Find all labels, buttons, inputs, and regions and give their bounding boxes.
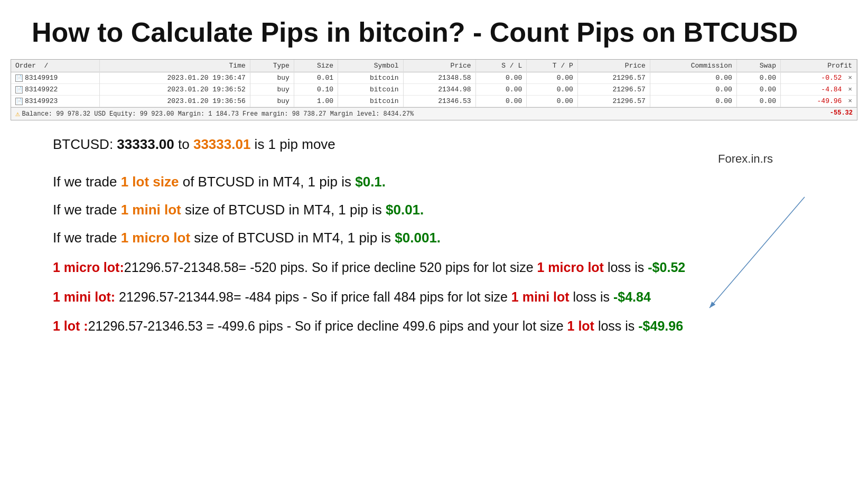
col-sl: S / L bbox=[475, 60, 527, 72]
cell-price-current: 21296.57 bbox=[577, 96, 650, 107]
cell-order: 📄83149923 bbox=[11, 96, 99, 107]
col-symbol: Symbol bbox=[338, 60, 404, 72]
exp-highlight1: 1 micro lot bbox=[121, 230, 190, 246]
explanation-line: If we trade 1 mini lot size of BTCUSD in… bbox=[53, 202, 815, 218]
col-profit: Profit bbox=[780, 60, 856, 72]
exp-highlight2: $0.1. bbox=[355, 174, 386, 190]
exp-text-middle: size of BTCUSD in MT4, 1 pip is bbox=[190, 230, 395, 246]
col-tp: T / P bbox=[527, 60, 578, 72]
cell-tp: 0.00 bbox=[527, 96, 578, 107]
cell-size: 1.00 bbox=[294, 96, 338, 107]
cell-symbol: bitcoin bbox=[338, 96, 404, 107]
trade-table-container: Order / Time Type Size Symbol Price S / … bbox=[11, 59, 857, 120]
cell-commission: 0.00 bbox=[650, 72, 736, 84]
cell-order: 📄83149922 bbox=[11, 84, 99, 96]
calc-label: 1 mini lot: bbox=[53, 289, 115, 304]
cell-time: 2023.01.20 19:36:52 bbox=[99, 84, 250, 96]
cell-swap: 0.00 bbox=[736, 84, 780, 96]
col-time: Time bbox=[99, 60, 250, 72]
trade-table: Order / Time Type Size Symbol Price S / … bbox=[11, 60, 857, 107]
profit-value: -49.96 bbox=[817, 97, 842, 105]
table-row: 📄831499222023.01.20 19:36:52buy0.10bitco… bbox=[11, 84, 857, 96]
explanations-container: If we trade 1 lot size of BTCUSD in MT4,… bbox=[53, 174, 815, 246]
calc-label: 1 micro lot: bbox=[53, 260, 124, 275]
explanation-line: If we trade 1 micro lot size of BTCUSD i… bbox=[53, 230, 815, 246]
cell-type: buy bbox=[250, 96, 294, 107]
cell-sl: 0.00 bbox=[475, 84, 527, 96]
cell-type: buy bbox=[250, 84, 294, 96]
cell-commission: 0.00 bbox=[650, 96, 736, 107]
profit-value: -4.84 bbox=[821, 86, 842, 93]
calc-lot-highlight: 1 micro lot bbox=[537, 260, 604, 275]
col-order: Order / bbox=[11, 60, 99, 72]
cell-sl: 0.00 bbox=[475, 72, 527, 84]
exp-highlight2: $0.001. bbox=[395, 230, 441, 246]
pip-def-prefix: BTCUSD: bbox=[53, 136, 117, 152]
cell-profit: -0.52 × bbox=[780, 72, 856, 84]
row-icon: 📄 bbox=[15, 98, 23, 105]
calc-line: 1 mini lot: 21296.57-21344.98= -484 pips… bbox=[53, 287, 815, 307]
cell-price-current: 21296.57 bbox=[577, 72, 650, 84]
cell-profit: -4.84 × bbox=[780, 84, 856, 96]
cell-price-open: 21346.53 bbox=[403, 96, 475, 107]
calc-formula: 21296.57-21344.98= -484 pips - So if pri… bbox=[115, 289, 511, 304]
warning-icon: ⚠ bbox=[15, 109, 20, 118]
close-button[interactable]: × bbox=[848, 97, 852, 105]
close-button[interactable]: × bbox=[848, 86, 852, 93]
calc-loss-label: loss is bbox=[594, 318, 638, 333]
cell-order: 📄83149919 bbox=[11, 72, 99, 84]
calc-loss-label: loss is bbox=[604, 260, 648, 275]
explanation-line: If we trade 1 lot size of BTCUSD in MT4,… bbox=[53, 174, 815, 190]
calc-line: 1 lot :21296.57-21346.53 = -499.6 pips -… bbox=[53, 316, 815, 336]
forex-label: Forex.in.rs bbox=[718, 152, 773, 166]
calc-loss-value: -$49.96 bbox=[638, 318, 683, 333]
exp-text-middle: of BTCUSD in MT4, 1 pip is bbox=[179, 174, 355, 190]
row-icon: 📄 bbox=[15, 86, 23, 93]
col-type: Type bbox=[250, 60, 294, 72]
content-area: BTCUSD: 33333.00 to 33333.01 is 1 pip mo… bbox=[0, 120, 868, 356]
pip-def-suffix: is 1 pip move bbox=[250, 136, 335, 152]
col-size: Size bbox=[294, 60, 338, 72]
close-button[interactable]: × bbox=[848, 74, 852, 82]
col-price-open: Price bbox=[403, 60, 475, 72]
col-price-current: Price bbox=[577, 60, 650, 72]
col-swap: Swap bbox=[736, 60, 780, 72]
profit-value: -0.52 bbox=[821, 74, 842, 82]
calc-loss-value: -$0.52 bbox=[648, 260, 685, 275]
status-bar: ⚠ Balance: 99 978.32 USD Equity: 99 923.… bbox=[11, 107, 857, 120]
cell-symbol: bitcoin bbox=[338, 84, 404, 96]
annotation-area: Forex.in.rs bbox=[718, 152, 773, 171]
cell-price-open: 21348.58 bbox=[403, 72, 475, 84]
cell-type: buy bbox=[250, 72, 294, 84]
calc-loss-value: -$4.84 bbox=[613, 289, 651, 304]
pip-def-to: to bbox=[174, 136, 193, 152]
exp-text-before: If we trade bbox=[53, 202, 121, 218]
total-loss: -55.32 bbox=[830, 109, 853, 118]
exp-highlight2: $0.01. bbox=[386, 202, 424, 218]
calc-formula: 21296.57-21348.58= -520 pips. So if pric… bbox=[124, 260, 537, 275]
table-header-row: Order / Time Type Size Symbol Price S / … bbox=[11, 60, 857, 72]
exp-text-middle: size of BTCUSD in MT4, 1 pip is bbox=[181, 202, 386, 218]
cell-tp: 0.00 bbox=[527, 84, 578, 96]
status-text: Balance: 99 978.32 USD Equity: 99 923.00… bbox=[22, 110, 414, 118]
table-row: 📄831499232023.01.20 19:36:56buy1.00bitco… bbox=[11, 96, 857, 107]
calc-formula: 21296.57-21346.53 = -499.6 pips - So if … bbox=[88, 318, 567, 333]
exp-highlight1: 1 lot size bbox=[121, 174, 179, 190]
cell-size: 0.10 bbox=[294, 84, 338, 96]
pip-num2: 33333.01 bbox=[193, 136, 250, 152]
cell-time: 2023.01.20 19:36:56 bbox=[99, 96, 250, 107]
row-icon: 📄 bbox=[15, 74, 23, 82]
status-left: ⚠ Balance: 99 978.32 USD Equity: 99 923.… bbox=[15, 109, 414, 118]
exp-text-before: If we trade bbox=[53, 230, 121, 246]
exp-text-before: If we trade bbox=[53, 174, 121, 190]
cell-swap: 0.00 bbox=[736, 72, 780, 84]
col-commission: Commission bbox=[650, 60, 736, 72]
calc-lot-highlight: 1 mini lot bbox=[511, 289, 570, 304]
cell-price-open: 21344.98 bbox=[403, 84, 475, 96]
calc-label: 1 lot : bbox=[53, 318, 88, 333]
cell-profit: -49.96 × bbox=[780, 96, 856, 107]
page-title: How to Calculate Pips in bitcoin? - Coun… bbox=[0, 0, 868, 59]
calc-line: 1 micro lot:21296.57-21348.58= -520 pips… bbox=[53, 258, 815, 278]
exp-highlight1: 1 mini lot bbox=[121, 202, 181, 218]
pip-num1: 33333.00 bbox=[117, 136, 174, 152]
